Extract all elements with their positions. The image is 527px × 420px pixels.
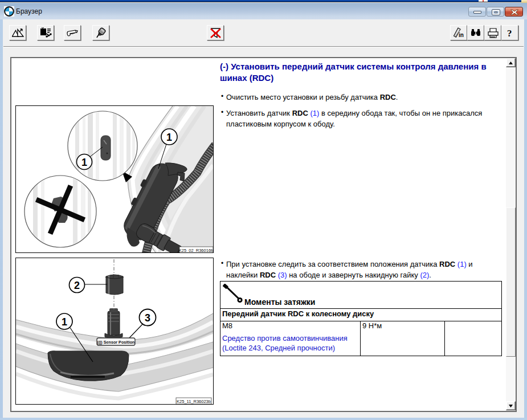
svg-text:in: in xyxy=(459,32,464,38)
svg-text:2: 2 xyxy=(74,280,80,291)
svg-text:((|) Sensor Position: ((|) Sensor Position xyxy=(97,340,135,345)
svg-text:?: ? xyxy=(507,28,512,39)
svg-text:1: 1 xyxy=(81,157,87,168)
svg-text:K25_11_R36023b: K25_11_R36023b xyxy=(177,399,211,404)
svg-text:1: 1 xyxy=(166,132,172,143)
svg-text:3: 3 xyxy=(145,312,150,324)
svg-text:1: 1 xyxy=(62,316,67,328)
svg-text:K25_02_R36016b: K25_02_R36016b xyxy=(179,248,213,253)
